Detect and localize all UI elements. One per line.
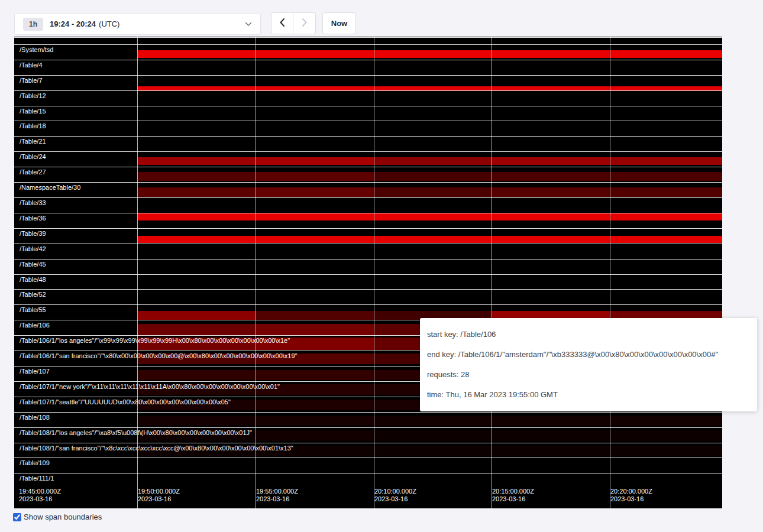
heatmap-band[interactable]: [256, 157, 374, 165]
duration-badge: 1h: [23, 18, 43, 31]
heatmap-band[interactable]: [492, 446, 610, 456]
span-key-label: /Table/107: [20, 368, 50, 375]
heatmap-band[interactable]: [256, 311, 374, 320]
heatmap-band[interactable]: [256, 213, 374, 220]
heatmap-band[interactable]: [374, 50, 492, 58]
heatmap-band[interactable]: [138, 416, 256, 426]
heatmap-band[interactable]: [256, 430, 374, 441]
time-axis-label: 20:20:00.000Z2023-03-16: [610, 488, 652, 503]
heatmap-band[interactable]: [138, 311, 256, 320]
heatmap-band[interactable]: [492, 430, 610, 441]
span-key-label: /Table/106: [20, 322, 50, 329]
span-key-label: /Table/18: [20, 122, 46, 130]
heatmap-band[interactable]: [610, 213, 722, 220]
time-axis-date: 2023-03-16: [256, 495, 298, 503]
heatmap-band[interactable]: [492, 236, 610, 243]
heatmap-band[interactable]: [138, 157, 256, 165]
heatmap-band[interactable]: [256, 400, 374, 410]
heatmap-band[interactable]: [492, 172, 610, 181]
span-boundary-line: [14, 427, 722, 428]
span-boundary-line: [14, 274, 722, 275]
heatmap-band[interactable]: [256, 187, 374, 197]
prev-time-button[interactable]: [271, 12, 293, 34]
heatmap-band[interactable]: [256, 86, 374, 90]
heatmap-band[interactable]: [256, 236, 374, 243]
heatmap-band[interactable]: [374, 172, 492, 181]
heatmap-band[interactable]: [374, 446, 492, 456]
show-span-boundaries-checkbox[interactable]: [13, 513, 21, 521]
heatmap-band[interactable]: [492, 416, 610, 426]
heatmap-band[interactable]: [138, 187, 256, 197]
heatmap-band[interactable]: [256, 370, 374, 380]
heatmap-band[interactable]: [610, 86, 722, 90]
span-boundary-line: [14, 213, 722, 213]
span-boundary-line: [14, 75, 722, 76]
chevron-left-icon: [279, 18, 285, 29]
span-key-label: /Table/106/1/"los angeles"/"\x99\x99\x99…: [20, 337, 290, 345]
heatmap-band[interactable]: [138, 213, 256, 220]
span-key-label: /Table/55: [20, 306, 46, 314]
heatmap-band[interactable]: [374, 187, 492, 197]
heatmap-band[interactable]: [256, 50, 374, 58]
heatmap-band[interactable]: [374, 157, 492, 165]
heatmap-band[interactable]: [610, 430, 722, 441]
heatmap-band[interactable]: [374, 236, 492, 243]
span-boundary-line: [14, 443, 722, 443]
next-time-button[interactable]: [293, 12, 316, 34]
heatmap-band[interactable]: [138, 86, 256, 90]
span-key-label: /Table/107/1/"new york"/"\x11\x11\x11\x1…: [20, 383, 280, 391]
time-axis-time: 20:10:00.000Z: [374, 488, 416, 495]
span-boundary-line: [14, 37, 722, 38]
span-key-label: /Table/15: [20, 108, 46, 115]
heatmap-band[interactable]: [374, 416, 492, 426]
span-boundary-line: [14, 90, 722, 91]
heatmap-band[interactable]: [374, 213, 492, 220]
heatmap-band[interactable]: [492, 213, 610, 220]
span-key-label: /Table/109: [20, 459, 50, 467]
heatmap-band[interactable]: [610, 50, 722, 58]
heatmap-band[interactable]: [492, 86, 610, 90]
span-boundary-line: [14, 121, 722, 121]
hover-tooltip: start key: /Table/106 end key: /Table/10…: [420, 318, 757, 411]
heatmap-band[interactable]: [492, 50, 610, 58]
heatmap-plot[interactable]: /System/tsd/Table/4/Table/7/Table/12/Tab…: [14, 37, 722, 508]
span-key-label: /Table/24: [20, 153, 46, 161]
heatmap-band[interactable]: [610, 236, 722, 243]
heatmap-band[interactable]: [610, 157, 722, 165]
heatmap-band[interactable]: [138, 324, 256, 336]
heatmap-band[interactable]: [138, 172, 256, 181]
heatmap-band[interactable]: [256, 416, 374, 426]
span-key-label: /Table/107/1/"seattle"/"UUUUUUD\x00\x80\…: [20, 398, 231, 406]
heatmap-band[interactable]: [492, 187, 610, 197]
heatmap-band[interactable]: [492, 157, 610, 165]
span-boundary-line: [14, 473, 722, 473]
heatmap-band[interactable]: [374, 86, 492, 90]
heatmap-band[interactable]: [256, 324, 374, 336]
heatmap-band[interactable]: [610, 172, 722, 181]
span-key-label: /Table/48: [20, 276, 46, 284]
heatmap-band[interactable]: [610, 187, 722, 197]
time-axis-label: 20:10:00.000Z2023-03-16: [374, 488, 416, 503]
show-span-boundaries-label: Show span boundaries: [24, 512, 102, 521]
span-key-label: /Table/111/1: [20, 475, 54, 482]
heatmap-band[interactable]: [256, 172, 374, 181]
tooltip-requests: requests: 28: [427, 365, 750, 385]
key-visualizer-page: 1h 19:24 - 20:24 (UTC) Now /System/tsd/T…: [0, 0, 763, 532]
span-key-label: /Table/106/1/"san francisco"/"\x80\x00\x…: [20, 352, 298, 360]
heatmap-band[interactable]: [138, 370, 256, 380]
heatmap-band[interactable]: [138, 236, 256, 243]
time-axis-time: 20:20:00.000Z: [610, 488, 652, 495]
heatmap-band[interactable]: [374, 430, 492, 441]
time-range-picker[interactable]: 1h 19:24 - 20:24 (UTC): [14, 13, 261, 35]
now-button[interactable]: Now: [322, 12, 356, 34]
span-key-label: /Table/27: [20, 168, 46, 176]
heatmap-band[interactable]: [610, 416, 722, 426]
tooltip-time: time: Thu, 16 Mar 2023 19:55:00 GMT: [427, 385, 750, 405]
time-axis-date: 2023-03-16: [610, 495, 652, 503]
span-key-label: /Table/108/1/"san francisco"/"\x8c\xcc\x…: [20, 445, 293, 452]
span-boundary-line: [14, 167, 722, 167]
span-boundary-line: [14, 106, 722, 106]
heatmap-band[interactable]: [138, 50, 256, 58]
heatmap-band[interactable]: [610, 446, 722, 456]
span-boundary-line: [14, 60, 722, 60]
